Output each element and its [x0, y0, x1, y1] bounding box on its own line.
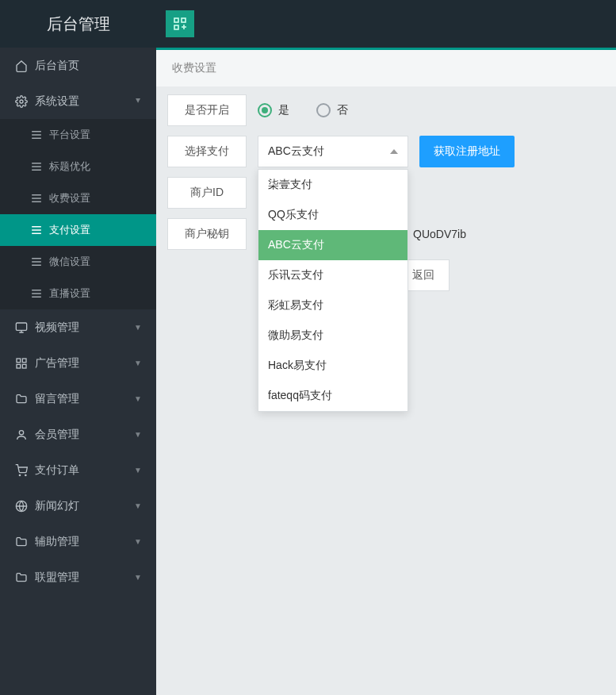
toggle-sidebar-button[interactable] [166, 10, 194, 37]
sub-item-1-3[interactable]: 支付设置 [0, 214, 156, 246]
folder-icon [14, 393, 29, 405]
row-enable: 是否开启 是 否 [167, 94, 605, 126]
radio-yes[interactable]: 是 [258, 103, 289, 117]
radio-no[interactable]: 否 [316, 103, 348, 117]
nav-label: 广告管理 [35, 356, 134, 371]
svg-point-10 [19, 474, 20, 475]
nav-item-3[interactable]: 广告管理▼ [0, 345, 156, 381]
sub-item-label: 收费设置 [49, 191, 90, 205]
form-panel: 是否开启 是 否 选择支付 ABC云支付 [167, 94, 605, 291]
svg-rect-6 [22, 359, 26, 363]
grid-icon [14, 357, 29, 370]
lines-icon [32, 290, 41, 298]
lines-icon [32, 194, 41, 202]
radio-circle-icon [258, 103, 272, 117]
row-payment: 选择支付 ABC云支付 柒壹支付QQ乐支付ABC云支付乐讯云支付彩虹易支付微助易… [167, 136, 605, 167]
chevron-down-icon: ▼ [134, 359, 142, 367]
nav-label: 留言管理 [35, 392, 134, 406]
sub-item-label: 标题优化 [49, 159, 90, 174]
sub-item-label: 支付设置 [49, 223, 90, 237]
chevron-up-icon [390, 149, 398, 154]
breadcrumb: 收费设置 [156, 50, 616, 86]
nav-item-1[interactable]: 系统设置▲ [0, 83, 156, 119]
gear-icon [14, 95, 29, 108]
radio-yes-label: 是 [278, 103, 289, 117]
header: 后台管理 [0, 0, 616, 48]
sub-item-1-2[interactable]: 收费设置 [0, 182, 156, 214]
nav-label: 支付订单 [35, 463, 134, 478]
nav-item-9[interactable]: 联盟管理▼ [0, 559, 156, 595]
monitor-icon [14, 321, 29, 334]
nav-item-8[interactable]: 辅助管理▼ [0, 524, 156, 559]
nav-item-0[interactable]: 后台首页 [0, 48, 156, 83]
cart-icon [14, 464, 29, 477]
payment-option-4[interactable]: 彩虹易支付 [258, 290, 407, 321]
radio-no-label: 否 [337, 103, 348, 117]
svg-point-9 [19, 430, 23, 434]
payment-option-6[interactable]: Hack易支付 [258, 351, 407, 381]
lines-icon [32, 163, 41, 171]
sub-item-1-4[interactable]: 微信设置 [0, 246, 156, 278]
payment-option-2[interactable]: ABC云支付 [258, 230, 407, 260]
payment-option-3[interactable]: 乐讯云支付 [258, 260, 407, 290]
enable-label: 是否开启 [167, 94, 247, 126]
payment-option-7[interactable]: fateqq码支付 [258, 381, 407, 411]
svg-rect-5 [17, 359, 21, 363]
sidebar: 后台首页系统设置▲平台设置标题优化收费设置支付设置微信设置直播设置视频管理▼广告… [0, 48, 156, 695]
chevron-down-icon: ▼ [134, 430, 142, 439]
nav-item-4[interactable]: 留言管理▼ [0, 381, 156, 417]
nav-label: 后台首页 [35, 59, 142, 73]
sub-item-label: 平台设置 [49, 128, 90, 142]
nav-label: 辅助管理 [35, 535, 134, 549]
folder-icon [14, 536, 29, 548]
svg-rect-7 [17, 364, 21, 368]
sub-item-1-1[interactable]: 标题优化 [0, 151, 156, 182]
svg-rect-8 [22, 364, 26, 368]
chevron-down-icon: ▼ [134, 501, 142, 510]
radio-circle-icon [316, 103, 331, 117]
nav-label: 视频管理 [35, 321, 134, 335]
row-actions: 返回 [397, 259, 605, 291]
merchant-key-value-tail: QUoDV7ib [408, 218, 466, 250]
home-icon [14, 60, 29, 72]
nav-item-2[interactable]: 视频管理▼ [0, 309, 156, 345]
brand-title: 后台管理 [0, 13, 156, 35]
svg-rect-0 [174, 18, 178, 22]
payment-option-5[interactable]: 微助易支付 [258, 321, 407, 351]
globe-icon [14, 500, 29, 513]
sub-item-1-5[interactable]: 直播设置 [0, 278, 156, 309]
nav-label: 系统设置 [35, 94, 134, 109]
payment-select-wrap: ABC云支付 柒壹支付QQ乐支付ABC云支付乐讯云支付彩虹易支付微助易支付Hac… [258, 136, 408, 167]
nav-label: 会员管理 [35, 428, 134, 442]
nav-item-7[interactable]: 新闻幻灯▼ [0, 488, 156, 524]
user-icon [14, 428, 29, 441]
payment-label: 选择支付 [167, 136, 247, 167]
chevron-down-icon: ▼ [134, 323, 142, 332]
lines-icon [32, 226, 41, 234]
payment-select-value: ABC云支付 [268, 144, 324, 159]
get-register-url-button[interactable]: 获取注册地址 [419, 136, 515, 167]
merchant-id-label: 商户ID [167, 177, 247, 209]
sub-item-label: 直播设置 [49, 286, 90, 301]
chevron-down-icon: ▼ [134, 537, 142, 546]
folder-icon [14, 571, 29, 584]
lines-icon [32, 131, 41, 139]
lines-icon [32, 258, 41, 266]
nav-item-5[interactable]: 会员管理▼ [0, 417, 156, 452]
content-area: 收费设置 是否开启 是 否 选择支付 [156, 48, 616, 695]
layout-grid-icon [174, 17, 186, 30]
nav-label: 联盟管理 [35, 570, 134, 585]
nav-item-6[interactable]: 支付订单▼ [0, 452, 156, 488]
svg-rect-4 [16, 323, 26, 330]
svg-point-11 [25, 474, 26, 475]
sub-item-label: 微信设置 [49, 255, 90, 269]
nav-label: 新闻幻灯 [35, 499, 134, 513]
payment-dropdown: 柒壹支付QQ乐支付ABC云支付乐讯云支付彩虹易支付微助易支付Hack易支付fat… [258, 169, 408, 412]
payment-option-1[interactable]: QQ乐支付 [258, 200, 407, 230]
chevron-up-icon: ▲ [134, 97, 142, 106]
svg-point-3 [20, 100, 23, 103]
sub-item-1-0[interactable]: 平台设置 [0, 119, 156, 151]
svg-rect-2 [174, 25, 178, 29]
payment-select[interactable]: ABC云支付 [258, 136, 408, 167]
payment-option-0[interactable]: 柒壹支付 [258, 170, 407, 200]
